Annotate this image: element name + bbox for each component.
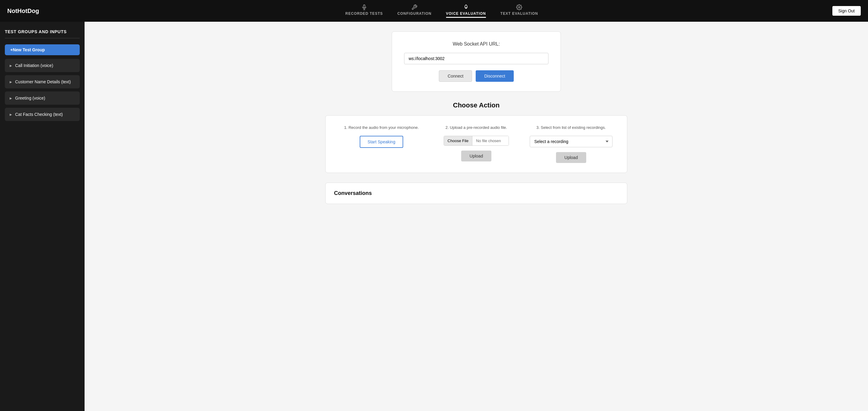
sidebar-item-label-3: Cat Facts Checking (text) <box>15 112 63 117</box>
ws-url-input[interactable] <box>404 53 549 64</box>
new-test-group-button[interactable]: +New Test Group <box>5 44 80 55</box>
action-desc-upload: 2. Upload a pre-recorded audio file. <box>445 125 507 130</box>
no-file-label: No file chosen <box>472 136 508 145</box>
upload-button-col3[interactable]: Upload <box>556 152 586 163</box>
sidebar-item-call-initiation[interactable]: ▶ Call Initiation (voice) <box>5 59 80 72</box>
main-content: Web Socket API URL: Connect Disconnect C… <box>85 22 868 411</box>
sidebar-item-cat-facts[interactable]: ▶ Cat Facts Checking (text) <box>5 108 80 121</box>
tab-recorded-tests-label: RECORDED TESTS <box>345 11 383 16</box>
tab-recorded-tests[interactable]: RECORDED TESTS <box>345 4 383 18</box>
nav-tabs: RECORDED TESTS CONFIGURATION VOICE EVALU… <box>51 4 832 18</box>
ws-url-label: Web Socket API URL: <box>404 41 549 47</box>
sidebar-divider <box>5 38 80 38</box>
action-col-recording: 3. Select from list of existing recordin… <box>524 125 619 163</box>
choose-action-title: Choose Action <box>97 101 856 109</box>
action-col-upload: 2. Upload a pre-recorded audio file. Cho… <box>429 125 524 162</box>
websocket-card: Web Socket API URL: Connect Disconnect <box>392 31 561 92</box>
sidebar-item-customer-name[interactable]: ▶ Customer Name Details (text) <box>5 75 80 89</box>
tab-configuration-label: CONFIGURATION <box>398 11 432 16</box>
arrow-icon-0: ▶ <box>10 64 12 67</box>
upload-button-col2[interactable]: Upload <box>461 150 491 162</box>
arrow-icon-2: ▶ <box>10 97 12 100</box>
conversations-title: Conversations <box>334 190 619 197</box>
sidebar-item-label-1: Customer Name Details (text) <box>15 79 71 84</box>
mic-icon <box>361 4 367 10</box>
sidebar-title: TEST GROUPS AND INPUTS <box>5 29 80 34</box>
select-recording-dropdown[interactable]: Select a recording <box>530 136 613 147</box>
disconnect-button[interactable]: Disconnect <box>476 70 514 82</box>
sidebar: TEST GROUPS AND INPUTS +New Test Group ▶… <box>0 22 85 411</box>
flame-icon <box>463 4 469 10</box>
tab-text-evaluation-label: TEXT EVALUATION <box>500 11 538 16</box>
connect-button[interactable]: Connect <box>439 70 472 82</box>
navbar: NotHotDog RECORDED TESTS CONFIGURATION <box>0 0 868 22</box>
tab-voice-evaluation-label: VOICE EVALUATION <box>446 11 486 16</box>
action-desc-mic: 1. Record the audio from your microphone… <box>344 125 418 130</box>
svg-point-3 <box>519 6 520 8</box>
conversations-section: Conversations <box>325 182 627 204</box>
svg-rect-0 <box>363 4 365 7</box>
arrow-icon-3: ▶ <box>10 113 12 116</box>
action-card: 1. Record the audio from your microphone… <box>325 115 627 173</box>
tab-text-evaluation[interactable]: TEXT EVALUATION <box>500 4 538 18</box>
sign-out-button[interactable]: Sign Out <box>832 6 861 16</box>
navbar-actions: Sign Out <box>832 6 861 16</box>
start-speaking-button[interactable]: Start Speaking <box>360 136 403 148</box>
brand-logo: NotHotDog <box>7 7 39 14</box>
file-input-wrapper: Choose File No file chosen <box>444 136 509 146</box>
gear-icon <box>516 4 522 10</box>
layout: TEST GROUPS AND INPUTS +New Test Group ▶… <box>0 22 868 411</box>
tab-voice-evaluation[interactable]: VOICE EVALUATION <box>446 4 486 18</box>
action-desc-recording: 3. Select from list of existing recordin… <box>536 125 606 130</box>
action-col-mic: 1. Record the audio from your microphone… <box>334 125 429 148</box>
ws-buttons: Connect Disconnect <box>404 70 549 82</box>
tools-icon <box>411 4 417 10</box>
sidebar-item-label-0: Call Initiation (voice) <box>15 63 53 68</box>
tab-configuration[interactable]: CONFIGURATION <box>398 4 432 18</box>
arrow-icon-1: ▶ <box>10 80 12 83</box>
sidebar-item-label-2: Greeting (voice) <box>15 96 45 101</box>
choose-file-button[interactable]: Choose File <box>444 136 472 145</box>
sidebar-item-greeting[interactable]: ▶ Greeting (voice) <box>5 92 80 105</box>
